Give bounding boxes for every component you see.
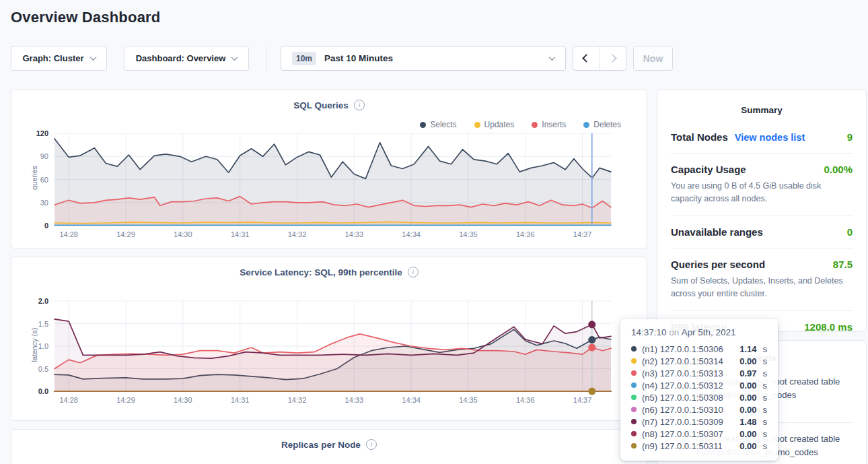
tooltip-node: (n9) 127.0.0.1:50311 xyxy=(642,441,723,451)
node-dot-icon xyxy=(631,419,637,424)
tooltip-row: (n4) 127.0.0.1:50312 0.00 s xyxy=(631,379,767,391)
node-dot-icon xyxy=(631,358,637,364)
unavailable-ranges-row: Unavailable ranges 0 xyxy=(671,226,853,238)
tooltip-node: (n4) 127.0.0.1:50312 xyxy=(642,380,723,391)
view-nodes-list-link[interactable]: View nodes list xyxy=(735,132,805,143)
tooltip-row: (n1) 127.0.0.1:50306 1.14 s xyxy=(631,343,767,355)
tooltip-value: 0.00 xyxy=(739,393,756,403)
dashboard-dropdown[interactable]: Dashboard: Overview xyxy=(124,46,249,71)
queries-per-second-label: Queries per second xyxy=(671,259,765,270)
graph-dropdown-label: Graph: Cluster xyxy=(22,53,83,63)
tooltip-value: 0.00 xyxy=(739,441,756,451)
tooltip-unit: s xyxy=(763,405,768,415)
service-latency-plot[interactable]: 0.00.51.01.52.014:2814:2914:3014:3114:32… xyxy=(11,257,648,422)
tooltip-value: 0.00 xyxy=(739,380,756,391)
svg-text:0: 0 xyxy=(44,222,48,230)
tooltip-value: 0.00 xyxy=(739,356,756,366)
tooltip-node: (n7) 127.0.0.1:50309 xyxy=(642,417,723,427)
chevron-down-icon xyxy=(89,54,96,61)
queries-per-second-value: 87.5 xyxy=(833,259,853,270)
tooltip-unit: s xyxy=(763,368,768,378)
sql-queries-plot[interactable]: 030609012014:2814:2914:3014:3114:3214:33… xyxy=(11,90,648,249)
replicas-per-node-title-row: Replicas per Node i xyxy=(11,430,647,450)
svg-text:14:36: 14:36 xyxy=(516,396,535,404)
tooltip-value: 0.97 xyxy=(739,368,756,378)
divider xyxy=(671,248,853,248)
chevron-down-icon xyxy=(549,54,556,61)
svg-text:14:31: 14:31 xyxy=(231,396,250,404)
controls-bar: Graph: Cluster Dashboard: Overview 10m P… xyxy=(0,46,868,71)
svg-text:14:30: 14:30 xyxy=(174,230,192,238)
unavailable-ranges-label: Unavailable ranges xyxy=(671,226,763,238)
tooltip-node: (n2) 127.0.0.1:50314 xyxy=(642,356,723,366)
tooltip-row: (n2) 127.0.0.1:50314 0.00 s xyxy=(631,355,767,367)
divider xyxy=(671,153,853,154)
page-title: Overview Dashboard xyxy=(11,9,160,26)
now-button[interactable]: Now xyxy=(633,46,673,71)
node-dot-icon xyxy=(631,407,637,412)
sql-queries-panel: SQL Queries i Selects Updates Inserts De… xyxy=(11,90,647,248)
service-latency-panel: Service Latency: SQL, 99th percentile i … xyxy=(11,257,647,421)
tooltip-value: 0.00 xyxy=(739,405,756,415)
tooltip-unit: s xyxy=(763,344,768,354)
svg-text:14:33: 14:33 xyxy=(345,396,364,404)
tooltip-row: (n6) 127.0.0.1:50310 0.00 s xyxy=(631,403,767,416)
tooltip-unit: s xyxy=(763,429,768,439)
graph-dropdown[interactable]: Graph: Cluster xyxy=(11,46,107,71)
svg-text:14:28: 14:28 xyxy=(59,230,78,238)
tooltip-unit: s xyxy=(763,441,768,451)
info-icon[interactable]: i xyxy=(366,439,377,450)
svg-text:90: 90 xyxy=(40,152,48,160)
queries-per-second-row: Queries per second 87.5 xyxy=(671,259,853,270)
svg-text:14:32: 14:32 xyxy=(288,230,307,238)
capacity-usage-desc: You are using 0 B of 4.5 GiB usable disk… xyxy=(671,180,853,205)
tooltip-node: (n3) 127.0.0.1:50313 xyxy=(642,368,723,378)
svg-text:30: 30 xyxy=(40,199,48,207)
tooltip-row: (n3) 127.0.0.1:50313 0.97 s xyxy=(631,367,767,379)
summary-panel: Summary Total Nodes View nodes list 9 Ca… xyxy=(657,90,867,332)
svg-text:60: 60 xyxy=(40,176,48,184)
total-nodes-row: Total Nodes View nodes list 9 xyxy=(671,131,853,143)
capacity-usage-label: Capacity Usage xyxy=(671,164,746,175)
tooltip-unit: s xyxy=(763,393,768,403)
chevron-right-icon xyxy=(609,54,618,63)
svg-text:1.0: 1.0 xyxy=(38,342,48,350)
svg-text:14:34: 14:34 xyxy=(402,230,421,238)
svg-text:14:28: 14:28 xyxy=(59,396,78,404)
tooltip-unit: s xyxy=(763,417,768,427)
summary-title: Summary xyxy=(671,105,853,115)
node-dot-icon xyxy=(631,443,637,449)
time-back-button[interactable] xyxy=(573,46,600,70)
total-nodes-label: Total Nodes xyxy=(671,131,728,143)
tooltip-node: (n8) 127.0.0.1:50307 xyxy=(642,429,723,439)
svg-text:14:31: 14:31 xyxy=(231,230,250,238)
svg-text:14:35: 14:35 xyxy=(459,230,478,238)
time-range-badge: 10m xyxy=(292,52,316,65)
svg-text:0.5: 0.5 xyxy=(38,365,48,373)
tooltip-node: (n1) 127.0.0.1:50306 xyxy=(642,344,723,354)
dashboard-dropdown-label: Dashboard: Overview xyxy=(136,53,226,63)
node-dot-icon xyxy=(631,431,637,436)
tooltip-value: 1.48 xyxy=(739,417,756,427)
svg-text:1.5: 1.5 xyxy=(38,320,48,328)
svg-text:14:33: 14:33 xyxy=(345,230,364,238)
node-dot-icon xyxy=(631,395,637,400)
chart-hover-tooltip: 14:37:10 on Apr 5th, 2021 (n1) 127.0.0.1… xyxy=(620,319,778,461)
tooltip-row: (n9) 127.0.0.1:50311 0.00 s xyxy=(631,440,767,452)
tooltip-timestamp: 14:37:10 on Apr 5th, 2021 xyxy=(631,327,767,337)
svg-text:14:37: 14:37 xyxy=(573,230,592,238)
tooltip-unit: s xyxy=(763,356,768,366)
tooltip-date: Apr 5th, 2021 xyxy=(681,327,735,337)
node-dot-icon xyxy=(631,383,637,388)
controls-divider xyxy=(266,46,266,71)
svg-text:14:29: 14:29 xyxy=(116,230,135,238)
tooltip-row: (n5) 127.0.0.1:50308 0.00 s xyxy=(631,391,767,403)
time-forward-button[interactable] xyxy=(600,46,626,70)
tooltip-row: (n7) 127.0.0.1:50309 1.48 s xyxy=(631,416,767,428)
tooltip-on: on xyxy=(669,327,679,337)
svg-text:14:36: 14:36 xyxy=(516,230,535,238)
svg-text:14:34: 14:34 xyxy=(402,396,421,404)
time-range-dropdown[interactable]: 10m Past 10 Minutes xyxy=(281,46,566,71)
replicas-per-node-panel: Replicas per Node i xyxy=(11,429,647,464)
chevron-down-icon xyxy=(231,54,238,61)
